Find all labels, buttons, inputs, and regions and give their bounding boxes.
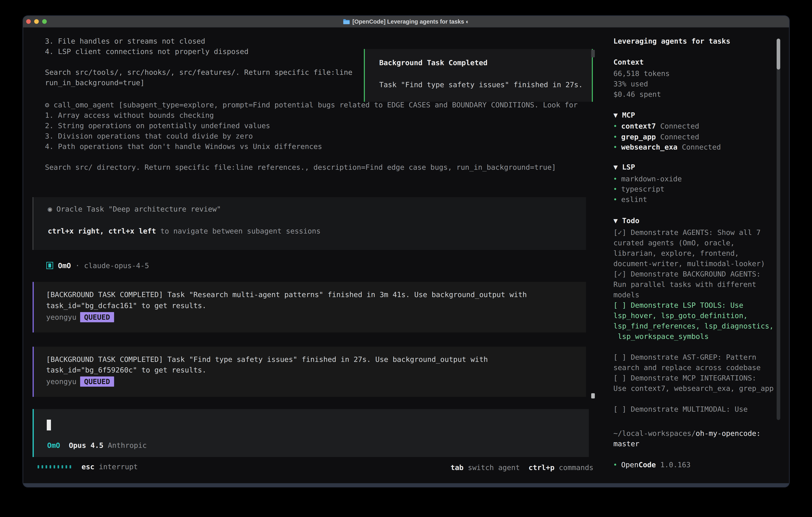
status-dot-icon [614, 136, 616, 138]
mcp-name: websearch_exa [621, 143, 677, 151]
session-title: Leveraging agents for tasks [613, 37, 730, 45]
mcp-item: context7 Connected [614, 121, 699, 130]
tab-key-label: switch agent [464, 463, 520, 472]
workspace-repo: oh-my-opencode: [696, 429, 761, 437]
task-message-line2: task_id="bg_6f59260c" to get results. [46, 366, 206, 374]
sidebar-scrollbar-track[interactable] [777, 38, 780, 420]
task-message-line1: [BACKGROUND TASK COMPLETED] Task "Find t… [46, 355, 488, 363]
main-scrollbar-thumb[interactable] [591, 393, 595, 399]
status-dot-icon [614, 146, 616, 148]
chevron-down-icon: ▼ [613, 111, 618, 119]
mcp-status: Connected [682, 143, 721, 151]
todo-active-list: [ ] Demonstrate LSP TOOLS: Use lsp_hover… [613, 300, 774, 342]
oracle-hint-keys: ctrl+x right, ctrl+x left [48, 227, 156, 235]
task-author: yeongyu [46, 377, 77, 386]
spinner-dot-icon [54, 465, 55, 468]
oracle-task-title: Oracle Task "Deep architecture review" [56, 205, 221, 213]
oracle-hint-text: to navigate between subagent sessions [156, 227, 321, 235]
status-dot-icon [614, 464, 616, 466]
task-author: yeongyu [46, 313, 77, 321]
context-stats: 66,518 tokens 33% used $0.46 spent [613, 69, 670, 100]
spinner-dot-icon [61, 465, 63, 468]
task-message: [BACKGROUND TASK COMPLETED] Task "Find t… [33, 347, 586, 397]
text-cursor [47, 419, 51, 430]
agent-name: OmO [58, 262, 71, 270]
mcp-name: grep_app [621, 133, 656, 141]
chevron-down-icon: ▼ [613, 217, 618, 225]
mcp-item: grep_app Connected [614, 132, 699, 141]
lsp-name: markdown-oxide [621, 175, 682, 183]
commands-key-label: commands [554, 463, 593, 472]
tool-call-output: ⚙ call_omo_agent [subagent_type=explore,… [45, 100, 578, 172]
notification-panel: Background Task Completed Task "Find typ… [364, 49, 593, 102]
prompt-input[interactable]: OmO Opus 4.5 Anthropic [33, 409, 589, 457]
esc-key-label: interrupt [94, 463, 138, 471]
folder-icon [343, 19, 350, 24]
status-dot-icon [614, 198, 616, 200]
window-bottom-edge [23, 483, 789, 487]
app-version-line: OpenCode 1.0.163 [614, 460, 691, 469]
status-dot-icon [614, 188, 616, 190]
lsp-section-header[interactable]: ▼ LSP [613, 163, 635, 171]
context-heading: Context [613, 58, 644, 66]
terminal-scrollback: 3. File handles or streams not closed 4.… [45, 36, 352, 88]
zoom-button[interactable] [42, 19, 47, 24]
todo-done-list: [✓] Demonstrate AGENTS: Show all 7 curat… [613, 227, 765, 300]
separator-dot: · [75, 262, 80, 270]
lsp-item: typescript [614, 185, 665, 193]
workspace-path: ~/local-workspaces/oh-my-opencode: maste… [613, 428, 761, 449]
input-agent-label: OmO [47, 441, 60, 450]
spinner-dot-icon [41, 465, 43, 468]
app-name: Open [621, 461, 639, 469]
mcp-item: websearch_exa Connected [614, 142, 721, 151]
notification-title: Background Task Completed [379, 59, 488, 67]
workspace-dir: ~/local-workspaces/ [613, 429, 696, 437]
window-title: [OpenCode] Leveraging agents for tasks ◐ [352, 19, 469, 25]
lsp-name: typescript [621, 185, 665, 193]
main-scrollbar-track[interactable] [591, 50, 595, 57]
mcp-section-header[interactable]: ▼ MCP [613, 111, 635, 119]
status-badge: QUEUED [80, 312, 114, 322]
status-badge: QUEUED [80, 377, 114, 387]
task-message-line1: [BACKGROUND TASK COMPLETED] Task "Resear… [46, 291, 527, 299]
spinner-dot-icon [65, 465, 67, 468]
commands-key-hint: ctrl+p [528, 463, 554, 472]
task-message-line2: task_id="bg_dcfac161" to get results. [46, 301, 206, 310]
app-version: 1.0.163 [660, 461, 691, 469]
statusbar-left: esc interrupt [37, 462, 138, 471]
mcp-status: Connected [660, 133, 699, 141]
task-message: [BACKGROUND TASK COMPLETED] Task "Resear… [33, 282, 586, 332]
agent-icon [46, 262, 53, 269]
todo-pending-list: [ ] Demonstrate AST-GREP: Pattern search… [613, 342, 774, 414]
minimize-button[interactable] [34, 19, 39, 24]
lsp-item: markdown-oxide [614, 174, 682, 183]
lsp-name: eslint [621, 195, 647, 203]
app-name-bold: Code [639, 461, 656, 469]
opencode-terminal-window: [OpenCode] Leveraging agents for tasks ◐… [23, 16, 790, 487]
input-provider-label: Anthropic [108, 441, 147, 450]
notification-body: Task "Find type safety issues" finished … [379, 81, 583, 89]
esc-key-hint: esc [82, 463, 94, 471]
titlebar: [OpenCode] Leveraging agents for tasks ◐ [23, 16, 789, 28]
workspace-branch: master [613, 440, 639, 448]
tab-key-hint: tab [451, 463, 464, 472]
oracle-status-icon: ◉ [48, 205, 52, 213]
lsp-item: eslint [614, 195, 647, 204]
spinner-dot-icon [46, 465, 47, 468]
spinner-dot-icon [58, 465, 59, 468]
input-model-label: Opus 4.5 [69, 441, 103, 450]
traffic-lights [26, 19, 47, 24]
spinner-dots-icon [37, 465, 71, 468]
status-dot-icon [614, 125, 616, 127]
spinner-dot-icon [37, 465, 39, 468]
sidebar-scrollbar-thumb[interactable] [777, 38, 780, 70]
agent-model: claude-opus-4-5 [84, 262, 149, 270]
spinner-dot-icon [69, 465, 71, 468]
spinner-dot-icon [50, 465, 51, 468]
mcp-status: Connected [660, 122, 699, 130]
chevron-down-icon: ▼ [613, 163, 618, 171]
mcp-name: context7 [621, 122, 656, 130]
oracle-task-panel: ◉ Oracle Task "Deep architecture review"… [33, 197, 586, 250]
close-button[interactable] [26, 19, 31, 24]
todo-section-header[interactable]: ▼ Todo [613, 217, 639, 225]
